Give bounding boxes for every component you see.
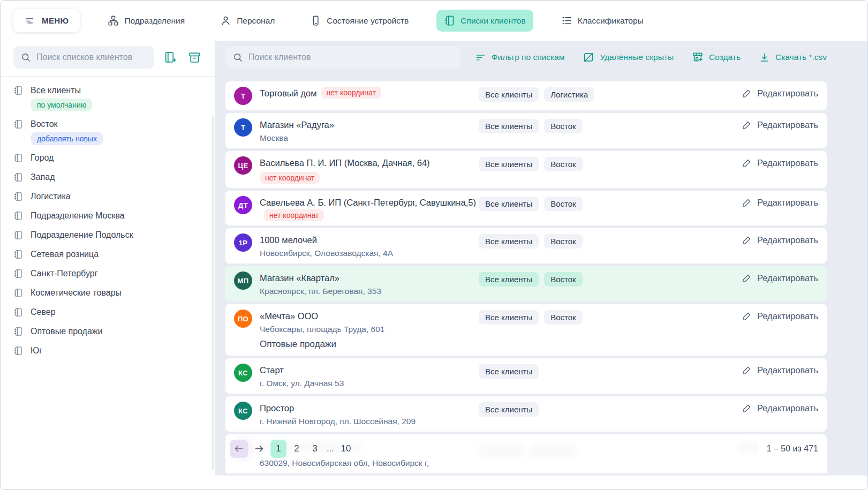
filter-by-lists-button[interactable]: Фильтр по спискам [475,52,565,63]
client-row-start[interactable]: КС Старт г. Омск, ул. Дачная 53 Все клие… [225,358,827,394]
list-label: Юг [31,346,42,356]
client-row-prostor[interactable]: КС Простор г. Нижний Новгород, пл. Шоссе… [225,396,827,432]
search-icon [20,52,31,63]
list-icon [13,230,23,240]
tab-classifiers[interactable]: Классификаторы [554,10,651,32]
edit-button[interactable]: Редактировать [742,232,818,245]
deleted-hidden-icon [583,51,594,63]
sidebar-item-gorod[interactable]: Город [13,148,202,168]
prev-page-button[interactable] [230,440,248,458]
tab-label: Подразделения [124,16,185,26]
pencil-icon [742,88,752,99]
list-label: Город [31,153,54,163]
edit-button[interactable]: Редактировать [742,308,818,321]
sidebar-item-yug[interactable]: Юг [13,341,202,360]
client-row-1000-melochey[interactable]: 1Р 1000 мелочей Новосибирск, Оловозаводс… [225,228,827,263]
list-tag: Восток [544,197,582,211]
pencil-icon [742,403,752,413]
client-row-saveleva[interactable]: ДТ Савельева А. Б. ИП (Санкт-Петербург, … [225,191,827,225]
list-icon [13,153,23,163]
sidebar-item-setevaya-roznica[interactable]: Сетевая розница [13,245,202,264]
pencil-icon [742,158,752,168]
archive-button[interactable] [187,50,202,65]
tab-personnel[interactable]: Персонал [213,10,282,32]
sidebar-search[interactable] [13,46,154,69]
client-row-raduga[interactable]: Т Магазин «Радуга» Москва Все клиенты Во… [225,113,827,148]
sidebar-scrollbar[interactable] [212,116,214,470]
page-button-1[interactable]: 1 [270,440,286,458]
sidebar-item-vostok[interactable]: Восток [13,115,202,134]
sidebar-item-sever[interactable]: Север [13,303,202,322]
tab-label: Классификаторы [578,16,644,26]
tab-subdivisions[interactable]: Подразделения [100,10,192,32]
list-label: Подразделение Подольск [31,230,133,240]
edit-label: Редактировать [757,403,818,413]
no-coords-badge: нет координат [260,172,320,184]
pencil-icon [742,198,752,208]
edit-button[interactable]: Редактировать [742,155,818,168]
avatar: КС [234,364,252,382]
list-tag: Все клиенты [479,234,539,248]
client-row-vasileva[interactable]: ЦЕ Васильева П. И. ИП (Москва, Дачная, 6… [225,151,827,188]
menu-button[interactable]: МЕНЮ [13,9,80,32]
client-row-mechta[interactable]: ПО «Мечта» ООО Чебоксары, площадь Труда,… [225,304,827,356]
list-icon [13,172,23,182]
download-csv-button[interactable]: Скачать *.csv [759,52,827,63]
edit-label: Редактировать [757,273,818,283]
client-lists-sidebar: Все клиенты по умолчанию Восток добавлят… [1,41,215,476]
sidebar-search-input[interactable] [36,52,147,62]
list-label: Подразделение Москва [31,211,125,221]
list-icon [13,86,23,95]
page-button-3[interactable]: 3 [307,440,323,458]
download-csv-label: Скачать *.csv [775,52,827,62]
arrow-left-icon [233,443,244,454]
list-tag: Восток [544,234,582,248]
list-icon [13,250,23,259]
edit-button[interactable]: Редактировать [742,86,818,99]
list-tag: Все клиенты [479,272,539,287]
edit-button[interactable]: Редактировать [742,117,818,130]
list-label: Запад [31,172,55,182]
create-label: Создать [709,52,741,62]
client-name: Васильева П. И. ИП (Москва, Дачная, 64) [260,158,430,168]
list-icon [13,211,23,221]
edit-button[interactable]: Редактировать [742,401,818,413]
sidebar-item-sankt-peterburg[interactable]: Санкт-Петербург [13,264,202,283]
edit-label: Редактировать [757,120,818,130]
top-navigation: МЕНЮ Подразделения Персонал [1,1,867,41]
create-button[interactable]: Создать [692,51,741,63]
add-list-button[interactable] [163,50,178,65]
edit-button[interactable]: Редактировать [742,270,818,283]
clients-search[interactable] [225,46,460,69]
client-lists: Все клиенты по умолчанию Восток добавлят… [13,81,202,360]
pencil-icon [742,235,752,245]
deleted-hidden-button[interactable]: Удалённые скрыты [583,51,674,63]
storefront-plus-icon [692,51,704,63]
tab-label: Состояние устройств [327,16,409,26]
tab-device-status[interactable]: Состояние устройств [303,10,416,32]
sidebar-item-logistika[interactable]: Логистика [13,187,202,206]
sidebar-item-zapad[interactable]: Запад [13,168,202,187]
list-tag: Логистика [544,87,594,102]
client-name: Простор [260,403,294,413]
page-button-10[interactable]: 10 [338,440,354,458]
edit-button[interactable]: Редактировать [742,195,818,208]
page-button-2[interactable]: 2 [289,440,305,458]
edit-button[interactable]: Редактировать [742,363,818,375]
client-row-kvartal-selected[interactable]: МП Магазин «Квартал» Красноярск, пл. Бер… [225,266,827,301]
sidebar-item-optovye-prodazhi[interactable]: Оптовые продажи [13,322,202,341]
list-icon [13,119,23,129]
sidebar-item-podrazdelenie-podolsk[interactable]: Подразделение Подольск [13,225,202,245]
edit-label: Редактировать [757,365,818,375]
list-tag: Все клиенты [479,87,539,102]
sidebar-item-kosmeticheskie-tovary[interactable]: Косметические товары [13,283,202,303]
sidebar-item-podrazdelenie-moskva[interactable]: Подразделение Москва [13,206,202,225]
next-page-button[interactable] [250,440,268,458]
archive-box-icon [188,51,201,64]
clients-search-input[interactable] [248,52,453,62]
client-row-torgovy-dom[interactable]: Т Торговый домнет координат Все клиенты … [225,81,827,110]
sidebar-item-all-clients[interactable]: Все клиенты [13,81,202,100]
arrow-right-icon [254,443,265,454]
tab-client-lists[interactable]: Списки клиентов [436,10,533,32]
person-icon [220,15,231,26]
